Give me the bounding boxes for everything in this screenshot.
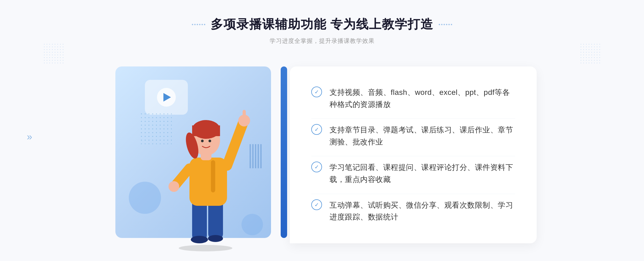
svg-point-3	[191, 236, 208, 243]
feature-text-3: 学习笔记回看、课程提问、课程评论打分、课件资料下载，重点内容收藏	[330, 162, 515, 186]
svg-point-0	[179, 245, 232, 251]
svg-point-17	[208, 140, 211, 142]
page-subtitle: 学习进度全掌握，提升录播课教学效果	[192, 37, 452, 45]
play-triangle-icon	[163, 93, 171, 102]
illustration-area	[107, 58, 284, 251]
main-content: ✓ 支持视频、音频、flash、word、excel、ppt、pdf等各种格式的…	[107, 58, 537, 251]
svg-rect-14	[192, 125, 220, 136]
feature-item-3: ✓ 学习笔记回看、课程提问、课程评论打分、课件资料下载，重点内容收藏	[311, 156, 515, 191]
arrow-left-icon: »	[27, 131, 32, 143]
illustration-blue-bar	[281, 66, 287, 238]
features-area: ✓ 支持视频、音频、flash、word、excel、ppt、pdf等各种格式的…	[290, 66, 537, 243]
person-illustration	[157, 101, 254, 251]
svg-line-6	[227, 123, 243, 166]
check-mark-1: ✓	[314, 89, 319, 95]
check-icon-3: ✓	[311, 162, 322, 172]
check-icon-1: ✓	[311, 87, 322, 97]
illustration-circle-1	[129, 182, 161, 214]
check-mark-2: ✓	[314, 127, 319, 132]
check-icon-2: ✓	[311, 124, 322, 135]
page-title: 多项录播课辅助功能 专为线上教学打造	[211, 16, 434, 33]
svg-rect-8	[243, 110, 246, 121]
svg-line-9	[176, 168, 189, 184]
feature-text-1: 支持视频、音频、flash、word、excel、ppt、pdf等各种格式的资源…	[330, 87, 515, 111]
feature-text-4: 互动弹幕、试听购买、微信分享、观看次数限制、学习进度跟踪、数据统计	[330, 199, 515, 223]
decorative-dots-right	[580, 43, 601, 64]
svg-point-4	[208, 235, 223, 242]
svg-point-10	[169, 181, 179, 192]
header-section: 多项录播课辅助功能 专为线上教学打造 学习进度全掌握，提升录播课教学效果	[192, 16, 452, 45]
check-mark-3: ✓	[314, 164, 319, 170]
header-title-row: 多项录播课辅助功能 专为线上教学打造	[192, 16, 452, 33]
svg-rect-5	[189, 158, 227, 206]
feature-text-2: 支持章节目录、弹题考试、课后练习、课后作业、章节测验、批改作业	[330, 124, 515, 148]
header-dots-right	[439, 24, 452, 25]
svg-point-16	[201, 140, 204, 142]
check-icon-4: ✓	[311, 199, 322, 210]
decorative-dots-left	[43, 43, 64, 64]
feature-item-1: ✓ 支持视频、音频、flash、word、excel、ppt、pdf等各种格式的…	[311, 81, 515, 116]
feature-item-4: ✓ 互动弹幕、试听购买、微信分享、观看次数限制、学习进度跟踪、数据统计	[311, 194, 515, 229]
header-dots-left	[192, 24, 205, 25]
feature-item-2: ✓ 支持章节目录、弹题考试、课后练习、课后作业、章节测验、批改作业	[311, 118, 515, 154]
svg-rect-18	[211, 160, 215, 192]
check-mark-4: ✓	[314, 202, 319, 207]
page-container: » 多项录播课辅助功能 专为线上教学打造 学习进度全掌握，提升录播课教学效果	[0, 0, 644, 261]
